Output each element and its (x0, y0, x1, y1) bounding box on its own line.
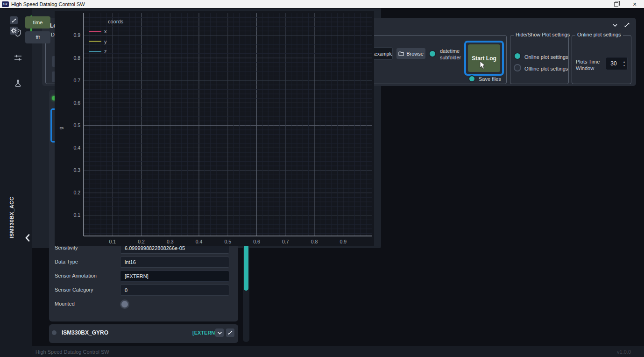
svg-text:z: z (104, 49, 107, 54)
panel-collapse-chevron-icon[interactable] (612, 22, 618, 29)
online-plot-radio-label: Online plot settings (524, 54, 568, 60)
svg-text:0.4: 0.4 (73, 145, 80, 150)
sensor-name: ISM330BX_GYRO (62, 329, 108, 336)
svg-text:0.7: 0.7 (73, 78, 80, 83)
chart-svg: 0.10.20.30.40.50.60.70.80.90.10.20.30.40… (55, 11, 374, 246)
window-title: High Speed Datalog Control SW (11, 1, 85, 7)
plot-panel: time fft ISM330BX_ACC 0.10.20.30.40.50.6… (0, 0, 381, 248)
data-type-input[interactable]: int16 (120, 257, 229, 268)
svg-text:0.1: 0.1 (73, 212, 80, 218)
left-sidebar (0, 8, 32, 357)
offline-plot-radio-label: Offline plot settings (524, 66, 568, 71)
status-version: v1.0.0 (617, 349, 631, 355)
online-plot-radio[interactable] (514, 52, 521, 60)
settings-sliders-icon[interactable] (14, 53, 22, 62)
status-app-name: High Speed Datalog Control SW (35, 349, 109, 355)
sensor-status-led (52, 330, 57, 335)
sensor-field-row-data-type: Data Typeint16 (49, 255, 238, 269)
save-files-label: Save files (479, 76, 501, 82)
sensor-field-row-sensor-annotation: Sensor Annotation[EXTERN] (49, 269, 238, 283)
svg-text:0.8: 0.8 (311, 239, 318, 244)
svg-text:0.1: 0.1 (109, 239, 116, 244)
svg-text:0.3: 0.3 (167, 239, 174, 244)
plot-expand-icon[interactable] (10, 16, 18, 24)
svg-text:x: x (104, 29, 107, 34)
tab-fft[interactable]: fft (25, 31, 50, 43)
close-icon: × (633, 1, 637, 7)
svg-text:coords: coords (108, 19, 124, 24)
st-logo-icon: ST (2, 1, 9, 7)
hide-show-plot-title: Hide/Show Plot settings (514, 32, 572, 37)
mounted-toggle[interactable] (121, 301, 128, 307)
restore-button[interactable] (607, 0, 625, 8)
field-label: Data Type (55, 259, 78, 264)
svg-text:0.6: 0.6 (73, 100, 80, 106)
svg-text:g: g (58, 127, 64, 129)
plot-sensor-vertical-label: ISM330BX_ACC (9, 196, 14, 238)
plots-time-window-spinner[interactable]: 30 ▲▼ (606, 57, 628, 70)
plots-time-window-label: Plots Time Window (576, 58, 604, 72)
svg-text:0.2: 0.2 (73, 190, 80, 195)
folder-icon (398, 51, 404, 56)
svg-text:0.4: 0.4 (196, 239, 203, 244)
start-log-highlight-box: Start Log (464, 41, 504, 76)
sensor-collapse-chevron-icon[interactable] (215, 328, 224, 337)
svg-text:0.3: 0.3 (73, 167, 80, 173)
plot-settings-gear-icon[interactable] (10, 27, 18, 35)
online-plot-settings-group: Online plot settings Plots Time Window 3… (572, 35, 631, 84)
offline-plot-radio[interactable] (514, 64, 521, 71)
spinner-up-icon[interactable]: ▲ (623, 61, 625, 63)
sensor-field-row-sensor-category: Sensor Category0 (49, 283, 238, 297)
svg-text:0.7: 0.7 (282, 239, 289, 244)
collapse-left-chevron-icon[interactable] (24, 234, 31, 242)
svg-text:0.2: 0.2 (138, 239, 145, 244)
plots-time-window-value: 30 (606, 60, 621, 67)
tab-time[interactable]: time (25, 16, 50, 29)
hide-show-plot-group: Hide/Show Plot settings Online plot sett… (510, 35, 569, 84)
status-bar: High Speed Datalog Control SW v1.0.0 (32, 346, 644, 357)
online-plot-settings-title: Online plot settings (575, 32, 623, 37)
field-label: Sensor Annotation (55, 273, 97, 278)
close-button[interactable]: × (625, 0, 644, 8)
sensor-expand-icon[interactable] (226, 328, 234, 337)
sensor-panel-gyro: ISM330BX_GYRO [EXTERN] (49, 324, 238, 343)
sensor-annotation-input[interactable]: [EXTERN] (120, 271, 229, 282)
browse-button[interactable]: Browse (396, 48, 425, 59)
svg-text:y: y (104, 39, 107, 44)
app-window: ST High Speed Datalog Control SW × Log C… (0, 0, 644, 357)
field-label: Mounted (55, 301, 75, 307)
spinner-down-icon[interactable]: ▼ (623, 64, 625, 67)
sensor-field-row-mounted: Mounted (49, 297, 238, 311)
field-label: Sensor Category (55, 287, 93, 293)
svg-text:0.9: 0.9 (340, 239, 347, 244)
datetime-subfolder-toggle[interactable] (429, 50, 436, 57)
svg-text:0.6: 0.6 (253, 239, 260, 244)
restore-icon (614, 2, 618, 7)
svg-text:0.5: 0.5 (73, 122, 80, 128)
save-files-toggle[interactable] (468, 75, 475, 82)
panel-expand-icon[interactable] (623, 21, 630, 29)
sensor-category-input[interactable]: 0 (120, 285, 229, 296)
experimental-flask-icon[interactable] (14, 79, 22, 87)
sensor-annotation-badge: [EXTERN] (192, 330, 217, 336)
svg-text:0.5: 0.5 (224, 239, 231, 244)
time-plot-chart: 0.10.20.30.40.50.60.70.80.90.10.20.30.40… (55, 11, 374, 246)
title-bar: ST High Speed Datalog Control SW × (0, 0, 644, 8)
mouse-cursor (480, 61, 486, 70)
svg-text:0.9: 0.9 (73, 32, 80, 38)
svg-text:0.8: 0.8 (73, 55, 80, 61)
minimize-button[interactable] (588, 0, 607, 8)
minimize-icon (595, 4, 600, 4)
